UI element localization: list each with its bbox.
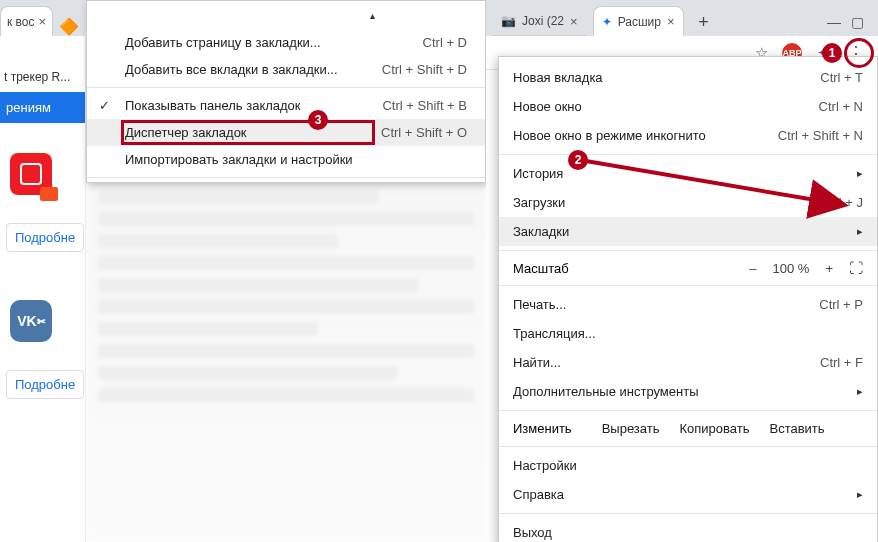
- extension-icon: ✦: [602, 15, 612, 29]
- maximize-icon[interactable]: ▢: [851, 14, 864, 30]
- fullscreen-icon[interactable]: ⛶: [849, 260, 863, 276]
- cut-button[interactable]: Вырезать: [602, 421, 660, 436]
- left-tracker-label: t трекер R...: [0, 46, 85, 92]
- menu-edit-row: Изменить Вырезать Копировать Вставить: [499, 415, 877, 442]
- bookmarks-submenu: ▴ Добавить страницу в закладки... Ctrl +…: [86, 0, 486, 183]
- menu-cast[interactable]: Трансляция...: [499, 319, 877, 348]
- pdf-icon: [10, 153, 52, 195]
- chevron-right-icon: ▸: [857, 225, 863, 238]
- annotation-badge-2: 2: [568, 150, 588, 170]
- submenu-label: Добавить страницу в закладки...: [125, 35, 321, 50]
- browser-tab-truncated[interactable]: к вос ×: [0, 6, 53, 36]
- tab-title: Joxi (22: [522, 14, 564, 28]
- details-link-2[interactable]: Подробне: [6, 370, 84, 399]
- annotation-badge-1: 1: [822, 43, 842, 63]
- menu-exit[interactable]: Выход: [499, 518, 877, 542]
- annotation-badge-3: 3: [308, 110, 328, 130]
- browser-tab-joxi[interactable]: 📷 Joxi (22 ×: [492, 6, 587, 36]
- browser-tab-extensions[interactable]: ✦ Расшир ×: [593, 6, 684, 36]
- menu-zoom: Масштаб – 100 % + ⛶: [499, 255, 877, 281]
- menu-new-window[interactable]: Новое окно Ctrl + N: [499, 92, 877, 121]
- menu-settings[interactable]: Настройки: [499, 451, 877, 480]
- chevron-right-icon: ▸: [857, 385, 863, 398]
- submenu-label: Показывать панель закладок: [125, 98, 301, 113]
- zoom-value: 100 %: [773, 261, 810, 276]
- close-icon[interactable]: ×: [39, 14, 47, 29]
- vk-icon: VK✄: [10, 300, 52, 342]
- chrome-main-menu: Новая вкладка Ctrl + T Новое окно Ctrl +…: [498, 56, 878, 542]
- menu-more-tools[interactable]: Дополнительные инструменты ▸: [499, 377, 877, 406]
- submenu-shortcut: Ctrl + D: [423, 35, 467, 50]
- submenu-label: Диспетчер закладок: [125, 125, 247, 140]
- details-link-1[interactable]: Подробне: [6, 223, 84, 252]
- submenu-label: Добавить все вкладки в закладки...: [125, 62, 338, 77]
- submenu-add-all-tabs[interactable]: Добавить все вкладки в закладки... Ctrl …: [87, 56, 485, 83]
- right-window-fragment: 📷 Joxi (22 × ✦ Расшир × + — ▢ ☆ ABP ✦ ⋮ …: [486, 0, 878, 542]
- copy-button[interactable]: Копировать: [679, 421, 749, 436]
- right-tabstrip: 📷 Joxi (22 × ✦ Расшир × + — ▢: [486, 0, 878, 36]
- paste-button[interactable]: Вставить: [769, 421, 824, 436]
- submenu-shortcut: Ctrl + Shift + D: [382, 62, 467, 77]
- submenu-import[interactable]: Импортировать закладки и настройки: [87, 146, 485, 173]
- submenu-shortcut: Ctrl + Shift + B: [382, 98, 467, 113]
- left-window-fragment: к вос × 🔶 t трекер R... рениям Подробне …: [0, 0, 86, 542]
- close-icon[interactable]: ×: [570, 14, 578, 29]
- submenu-show-panel[interactable]: ✓ Показывать панель закладок Ctrl + Shif…: [87, 92, 485, 119]
- menu-incognito[interactable]: Новое окно в режиме инкогнито Ctrl + Shi…: [499, 121, 877, 150]
- zoom-in-button[interactable]: +: [825, 261, 833, 276]
- menu-find[interactable]: Найти... Ctrl + F: [499, 348, 877, 377]
- menu-bookmarks[interactable]: Закладки ▸: [499, 217, 877, 246]
- minimize-icon[interactable]: —: [827, 14, 841, 30]
- menu-help[interactable]: Справка ▸: [499, 480, 877, 509]
- submenu-add-page[interactable]: Добавить страницу в закладки... Ctrl + D: [87, 29, 485, 56]
- menu-new-tab[interactable]: Новая вкладка Ctrl + T: [499, 63, 877, 92]
- menu-downloads[interactable]: Загрузки Ctrl + J: [499, 188, 877, 217]
- chevron-right-icon: ▸: [857, 167, 863, 180]
- tab-title: Расшир: [618, 15, 661, 29]
- submenu-bookmark-manager[interactable]: Диспетчер закладок Ctrl + Shift + O: [87, 119, 485, 146]
- check-icon: ✓: [99, 98, 110, 113]
- joxi-icon: 📷: [501, 14, 516, 28]
- left-blue-bar[interactable]: рениям: [0, 92, 85, 123]
- submenu-shortcut: Ctrl + Shift + O: [381, 125, 467, 140]
- menu-print[interactable]: Печать... Ctrl + P: [499, 290, 877, 319]
- submenu-label: Импортировать закладки и настройки: [125, 152, 353, 167]
- blurred-bookmark-list: [86, 160, 486, 542]
- tab-title: к вос: [7, 15, 35, 29]
- new-tab-button[interactable]: +: [690, 8, 718, 36]
- caret-up-icon: ▴: [370, 10, 375, 21]
- close-icon[interactable]: ×: [667, 14, 675, 29]
- chevron-right-icon: ▸: [857, 488, 863, 501]
- left-tabstrip: к вос × 🔶: [0, 0, 85, 36]
- zoom-out-button[interactable]: –: [749, 261, 756, 276]
- menu-history[interactable]: История ▸: [499, 159, 877, 188]
